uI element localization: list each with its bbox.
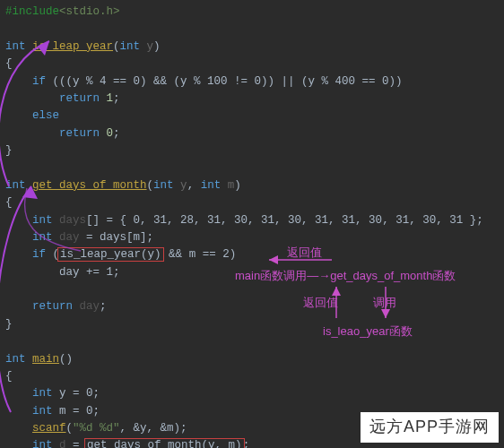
kw-int: int (153, 179, 174, 192)
num-0: 0 (107, 127, 114, 140)
code-line: { (5, 56, 499, 73)
code-line: if (((y % 4 == 0) && (y % 100 != 0)) || … (5, 73, 499, 90)
call-get-days-of-month: get_days_of_month(y, m) (84, 438, 245, 448)
code-line: return 1; (5, 90, 499, 108)
kw-int: int (201, 179, 222, 192)
var-day: day (59, 231, 80, 244)
kw-else: else (32, 109, 59, 122)
param-y: y (180, 179, 187, 192)
kw-return: return (59, 92, 100, 105)
day-inc: day += 1 (59, 266, 113, 279)
kw-int: int (32, 387, 53, 400)
code-line: int get_days_of_month(int y, int m) (5, 177, 499, 194)
var-d: d (59, 439, 66, 448)
kw-if: if (32, 75, 46, 88)
kw-return: return (59, 127, 100, 140)
var-days: days (59, 214, 86, 227)
code-line (5, 333, 499, 350)
kw-return: return (32, 300, 73, 313)
fn-scanf: scanf (32, 422, 66, 435)
preproc-arg: <stdio.h> (59, 5, 120, 18)
code-line (5, 21, 499, 38)
kw-int: int (32, 439, 53, 448)
kw-int: int (120, 40, 141, 53)
code-line: #include<stdio.h> (5, 4, 499, 21)
kw-int: int (32, 405, 53, 418)
kw-int: int (5, 179, 26, 192)
code-line: else (5, 108, 499, 125)
code-line: int days[] = { 0, 31, 28, 31, 30, 31, 30… (5, 212, 499, 229)
code-line: } (5, 316, 499, 333)
preproc-directive: #include (5, 5, 59, 18)
code-line: int main() (5, 351, 499, 368)
code-line (5, 281, 499, 298)
code-line: int y = 0; (5, 385, 499, 402)
days-init: { 0, 31, 28, 31, 30, 31, 30, 31, 31, 30,… (120, 214, 477, 227)
param-y: y (147, 40, 154, 53)
fn-main: main (32, 353, 59, 366)
code-editor: #include<stdio.h> int is_leap_year(int y… (0, 0, 504, 448)
code-line: return day; (5, 298, 499, 315)
kw-int: int (32, 231, 53, 244)
scanf-fmt: "%d %d" (73, 422, 120, 435)
code-line: int is_leap_year(int y) (5, 39, 499, 56)
code-line: return 0; (5, 125, 499, 142)
call-is-leap-year: is_leap_year(y) (57, 247, 164, 262)
code-line (5, 159, 499, 177)
m0: m = 0 (59, 405, 93, 418)
day-assign: days[m] (100, 231, 147, 244)
code-line: int day = days[m]; (5, 229, 499, 246)
watermark: 远方APP手游网 (361, 412, 499, 443)
num-1: 1 (107, 92, 114, 105)
leap-cond: (((y % 4 == 0) && (y % 100 != 0)) || (y … (53, 75, 403, 88)
y0: y = 0 (59, 387, 93, 400)
code-line: } (5, 142, 499, 159)
fn-is-leap-year: is_leap_year (32, 40, 113, 53)
kw-int: int (5, 40, 26, 53)
code-line: if (is_leap_year(y) && m == 2) (5, 246, 499, 263)
scanf-args: , &y, &m (120, 422, 174, 435)
kw-if: if (32, 248, 46, 261)
code-line: { (5, 194, 499, 211)
code-line: day += 1; (5, 264, 499, 281)
kw-int: int (32, 214, 53, 227)
m-eq-2: m == 2 (189, 248, 230, 261)
code-line: { (5, 368, 499, 385)
fn-get-days-of-month: get_days_of_month (32, 179, 147, 192)
kw-int: int (5, 353, 26, 366)
ret-day: day (80, 300, 100, 313)
